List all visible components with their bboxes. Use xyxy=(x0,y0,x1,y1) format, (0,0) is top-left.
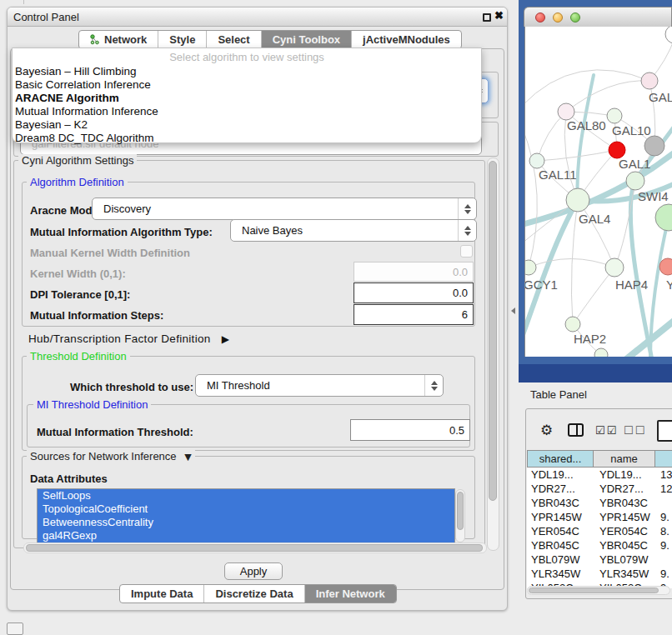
cell-shared: YBR045C xyxy=(527,539,593,552)
node-GAL10[interactable] xyxy=(607,108,622,123)
column-header-partial[interactable] xyxy=(654,450,672,468)
which-threshold-combo[interactable]: MI Threshold xyxy=(195,374,444,397)
dpi-tolerance-field[interactable]: 0.0 xyxy=(354,282,474,303)
table-hscrollbar-thumb[interactable] xyxy=(529,588,659,593)
node-GCY1[interactable] xyxy=(525,260,536,275)
attribute-item-selected[interactable]: SelfLoops xyxy=(38,489,454,502)
cell-name: YLR345W xyxy=(593,568,654,580)
window-minimize-button[interactable] xyxy=(553,12,563,22)
tab-select[interactable]: Select xyxy=(206,31,260,48)
table-row[interactable]: YER054CYER054C8. xyxy=(527,524,672,538)
tab-network[interactable]: Network xyxy=(79,31,158,48)
tab-jactivemnodules[interactable]: jActiveMNodules xyxy=(351,31,461,48)
settings-scrollbar[interactable] xyxy=(487,158,499,551)
cell-name: YPR145W xyxy=(593,511,654,523)
control-panel-tabbar: Network Style Select Cyni Toolbox jActiv… xyxy=(78,30,462,49)
attributes-list-scrollbar-thumb[interactable] xyxy=(457,492,464,530)
close-panel-icon[interactable]: ✖ xyxy=(494,9,504,22)
collapse-down-arrow-icon[interactable]: ▼ xyxy=(184,452,191,462)
node-GAL11[interactable] xyxy=(529,153,544,168)
tab-cyni-toolbox[interactable]: Cyni Toolbox xyxy=(261,31,351,48)
settings-hscrollbar[interactable] xyxy=(23,542,487,553)
manual-kernel-width-checkbox[interactable] xyxy=(460,245,473,258)
tab-impute-data[interactable]: Impute Data xyxy=(120,585,203,602)
settings-hscrollbar-thumb[interactable] xyxy=(26,544,483,552)
float-window-icon[interactable] xyxy=(483,13,491,22)
node-label-Y: Y xyxy=(666,278,672,292)
expand-right-arrow-icon[interactable]: ▶ xyxy=(222,333,230,345)
table-row[interactable]: YDR27...YDR27...12 xyxy=(527,482,672,496)
control-panel-titlebar[interactable] xyxy=(8,8,507,27)
cell-name: YBL079W xyxy=(593,553,654,566)
algorithm-option[interactable]: Bayesian – K2 xyxy=(13,118,481,132)
node-GAL4[interactable] xyxy=(566,188,589,212)
split-columns-icon[interactable] xyxy=(568,423,584,437)
node-HAP2[interactable] xyxy=(565,317,580,332)
column-header-shared[interactable]: shared... xyxy=(527,450,594,468)
node-unlabeled-gray[interactable] xyxy=(644,136,664,156)
aracne-mode-combo[interactable]: Discovery xyxy=(92,198,477,220)
node-Y[interactable] xyxy=(659,258,672,275)
window-close-button[interactable] xyxy=(535,12,545,22)
mi-algorithm-type-label: Mutual Information Algorithm Type: xyxy=(30,226,213,238)
node-label-GAL4: GAL4 xyxy=(579,212,610,226)
table-row[interactable]: YDL19...YDL19...13 xyxy=(527,468,672,482)
apply-button[interactable]: Apply xyxy=(224,562,283,580)
algorithm-option[interactable]: Dream8 DC_TDC Algorithm xyxy=(13,132,481,145)
node-SWI4[interactable] xyxy=(626,172,644,190)
attribute-item-selected[interactable]: TopologicalCoefficient xyxy=(38,502,454,516)
tab-infer-network[interactable]: Infer Network xyxy=(304,585,396,602)
gear-icon[interactable]: ⚙ xyxy=(540,422,553,438)
network-canvas[interactable]: GAL GAL80 GAL10 GAL1 GAL11 SWI4 GAL4 GCY… xyxy=(524,27,672,357)
document-icon[interactable] xyxy=(657,420,672,442)
mi-threshold-definition-title: MI Threshold Definition xyxy=(33,398,151,411)
node-unlabeled-bottom[interactable] xyxy=(594,348,608,357)
algorithm-option-selected[interactable]: ARACNE Algorithm xyxy=(13,92,481,105)
hub-definition-toggle[interactable]: Hub/Transcription Factor Definition ▶ xyxy=(28,332,229,345)
node-unlabeled-green[interactable] xyxy=(655,204,672,231)
algorithm-option[interactable]: Bayesian – Hill Climbing xyxy=(13,65,481,78)
checked-boxes-icon[interactable]: ☑☑ xyxy=(595,424,618,437)
attributes-list-scrollbar[interactable] xyxy=(455,489,465,542)
table-row[interactable]: YBR045CYBR045C9. xyxy=(527,538,672,552)
combo-spinner-icon xyxy=(424,375,443,396)
threshold-definition-title: Threshold Definition xyxy=(27,350,130,362)
attribute-item-selected[interactable]: gal4RGexp xyxy=(38,529,454,542)
apply-button-label: Apply xyxy=(240,565,268,578)
settings-scrollbar-thumb[interactable] xyxy=(489,161,497,501)
algorithm-option[interactable]: Mutual Information Inference xyxy=(13,105,481,118)
node-unlabeled-top[interactable] xyxy=(665,27,672,43)
table-row[interactable]: YBL079WYBL079W xyxy=(527,552,672,567)
node-HAP4[interactable] xyxy=(605,258,624,277)
algorithm-dropdown-popup: Select algorithm to view settings Bayesi… xyxy=(12,48,482,143)
mi-algorithm-type-combo[interactable]: Naive Bayes xyxy=(230,219,477,242)
node-GAL1[interactable] xyxy=(609,142,625,158)
table-row[interactable]: YPR145WYPR145W9. xyxy=(527,510,672,524)
mi-threshold-field[interactable]: 0.5 xyxy=(350,419,470,441)
kernel-width-field[interactable]: 0.0 xyxy=(354,262,474,282)
window-zoom-button[interactable] xyxy=(570,12,580,22)
cell-shared: YLR345W xyxy=(527,568,593,580)
algorithm-option[interactable]: Basic Correlation Inference xyxy=(13,78,481,92)
tab-style[interactable]: Style xyxy=(158,31,206,48)
cell-value: 8. xyxy=(654,525,669,538)
node-label-HAP4: HAP4 xyxy=(615,278,648,292)
attribute-item-selected[interactable]: BetweennessCentrality xyxy=(38,516,454,529)
table-hscrollbar[interactable] xyxy=(527,586,670,595)
column-header-name[interactable]: name xyxy=(593,450,655,468)
table-row[interactable]: YLR345WYLR345W9. xyxy=(527,567,672,581)
node-GAL80[interactable] xyxy=(558,103,574,120)
unchecked-boxes-icon[interactable]: ☐☐ xyxy=(624,424,646,437)
sources-title-row[interactable]: Sources for Network Inference ▼ xyxy=(27,450,195,462)
network-window-titlebar[interactable] xyxy=(524,7,672,27)
mi-steps-field[interactable]: 6 xyxy=(354,304,474,325)
cell-name: YDR27... xyxy=(593,482,654,495)
network-graph: GAL GAL80 GAL10 GAL1 GAL11 SWI4 GAL4 GCY… xyxy=(525,27,672,357)
tab-discretize-data[interactable]: Discretize Data xyxy=(203,585,303,602)
bottom-left-partial-button[interactable] xyxy=(7,622,23,635)
tab-infer-network-label: Infer Network xyxy=(316,588,385,600)
node-label-GCY1: GCY1 xyxy=(525,278,558,292)
table-row[interactable]: YBR043CYBR043C xyxy=(527,496,672,510)
node-GAL[interactable] xyxy=(641,72,658,89)
panel-divider-grip-icon[interactable] xyxy=(511,308,515,314)
